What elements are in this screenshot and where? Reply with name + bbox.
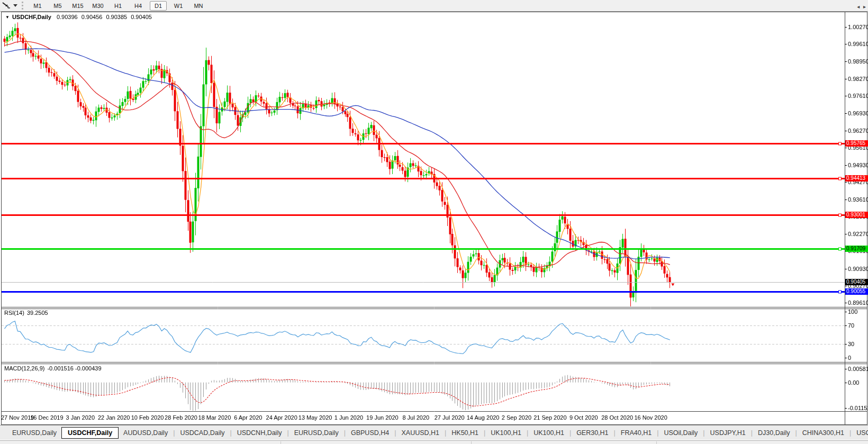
rsi-axis-label: 100 (848, 309, 857, 315)
tab-separator: | (173, 429, 175, 437)
tab-fra40-h1[interactable]: FRA40,H1 (616, 428, 656, 438)
tab-usdcad-daily[interactable]: USDCAD,Daily (175, 428, 229, 438)
crosshair-tool-icon[interactable] (2, 2, 11, 10)
tab-separator: | (569, 429, 571, 437)
chart-title: ▼USDCHF,Daily0.903960.904560.903850.9040… (5, 14, 156, 20)
tab-usdcnh-daily[interactable]: USDCNH,Daily (232, 428, 287, 438)
quote-high: 0.90456 (82, 14, 103, 20)
tab-separator: | (751, 429, 753, 437)
date-axis-label: 8 Jul 2020 (402, 414, 429, 421)
tab-gbpusd-h4[interactable]: GBPUSD,H4 (346, 428, 394, 438)
date-axis-label: 27 Nov 2019 (1, 414, 34, 421)
tab-separator: | (849, 429, 851, 437)
timeframe-button-d1[interactable]: D1 (150, 1, 167, 11)
date-axis-label: 13 May 2020 (299, 414, 332, 421)
tab-separator: | (657, 429, 658, 437)
tab-usdchf-daily[interactable]: USDCHF,Daily (61, 427, 119, 439)
tab-audusd-daily[interactable]: AUDUSD,Daily (119, 428, 173, 438)
chart-symbol-label: USDCHF,Daily (12, 14, 51, 20)
tab-usoil-daily[interactable]: USOil,Daily (659, 428, 702, 438)
timeframe-buttons: M1M5M15M30H1H4D1W1MN (28, 1, 209, 11)
date-axis-label: 28 Oct 2020 (601, 414, 633, 421)
tab-separator: | (344, 429, 346, 437)
rsi-axis-label: 0 (848, 355, 851, 361)
date-axis-label: 18 Mar 2020 (198, 414, 231, 421)
date-axis-label: 21 Sep 2020 (534, 414, 566, 421)
tab-separator: | (527, 429, 528, 437)
macd-indicator-label: MACD(12,26,9)-0.001516 -0.000439 (4, 365, 102, 371)
tab-scroll-right-icon[interactable]: ▸ (863, 4, 866, 10)
date-axis-label: 9 Oct 2020 (569, 414, 598, 421)
tab-eurusd-daily[interactable]: EURUSD,Daily (7, 428, 61, 438)
tab-usoil-h1[interactable]: USOil,H1 (852, 428, 868, 438)
chart-tab-bar: EURUSD,DailyUSDCHF,DailyAUDUSD,Daily|USD… (0, 425, 868, 440)
timeframe-button-m30[interactable]: M30 (89, 1, 106, 11)
date-axis-label: 1 Jun 2020 (334, 414, 363, 421)
date-axis-label: 10 Feb 2020 (131, 414, 164, 421)
macd-axis-label: -0.011514 (848, 405, 868, 411)
timeframe-button-w1[interactable]: W1 (170, 1, 187, 11)
price-level-tag: 0.94413 (845, 175, 868, 182)
quote-open: 0.90396 (57, 14, 78, 20)
tab-usdjpy-h1[interactable]: USDJPY,H1 (706, 428, 751, 438)
collapse-chart-icon[interactable]: ▼ (5, 15, 10, 20)
tab-hk50-h1[interactable]: HK50,H1 (447, 428, 483, 438)
price-axis-label: 0.96930 (848, 110, 868, 116)
tab-separator: | (445, 429, 446, 437)
tab-dj30-daily[interactable]: DJ30,Daily (753, 428, 794, 438)
chart-tabs: EURUSD,DailyUSDCHF,DailyAUDUSD,Daily|USD… (7, 427, 868, 439)
timeframe-button-m5[interactable]: M5 (49, 1, 66, 11)
date-axis-label: 27 Jul 2020 (435, 414, 465, 421)
price-axis-label: 0.99610 (848, 41, 868, 47)
tab-separator: | (484, 429, 485, 437)
macd-axis-label: 0.005818 (848, 366, 868, 372)
timeframe-button-h1[interactable]: H1 (110, 1, 126, 11)
status-bar (0, 440, 868, 444)
tab-scroll-left-icon[interactable]: ◂ (857, 4, 860, 10)
rsi-axis-label: 30 (848, 341, 854, 347)
tab-separator: | (287, 429, 288, 437)
tab-china300-h1[interactable]: CHINA300,H1 (798, 428, 849, 438)
date-axis-label: 19 Jun 2020 (366, 414, 399, 421)
current-price-tag: 0.90405 (845, 279, 868, 285)
date-axis-label: 6 Apr 2020 (234, 414, 262, 421)
top-toolbar: M1M5M15M30H1H4D1W1MN (0, 0, 868, 12)
price-level-tag: 0.93001 (845, 212, 868, 218)
date-axis-label: 3 Jan 2020 (66, 414, 95, 421)
tab-eurusd-daily[interactable]: EURUSD,Daily (290, 428, 343, 438)
price-axis-label: 0.89610 (848, 300, 868, 306)
tab-separator: | (230, 429, 231, 437)
timeframe-button-m1[interactable]: M1 (29, 1, 46, 11)
rsi-indicator-label: RSI(14)39.2505 (4, 310, 48, 316)
tab-xauusd-h1[interactable]: XAUUSD,H1 (396, 428, 444, 438)
price-chart-canvas[interactable] (0, 0, 868, 444)
price-level-tag: 0.90055 (845, 288, 868, 295)
price-level-tag: 0.91709 (845, 246, 868, 252)
price-level-tag: 0.95765 (845, 140, 868, 147)
price-axis-label: 0.97610 (848, 93, 868, 99)
toolbar-grip[interactable] (22, 2, 23, 10)
date-axis-label: 2 Sep 2020 (502, 414, 531, 421)
timeframe-button-h4[interactable]: H4 (130, 1, 147, 11)
chevron-down-icon[interactable] (13, 4, 17, 7)
quote-close: 0.90405 (131, 14, 152, 20)
date-axis-label: 16 Dec 2019 (30, 414, 63, 421)
timeframe-button-mn[interactable]: MN (190, 1, 207, 11)
price-axis-label: 0.94930 (848, 162, 868, 168)
price-axis-label: 0.96270 (848, 128, 868, 134)
tab-separator: | (703, 429, 704, 437)
price-axis-label: 0.92270 (848, 231, 868, 237)
tab-separator: | (795, 429, 797, 437)
date-axis-label: 16 Nov 2020 (634, 414, 667, 421)
tab-uk100-h1[interactable]: UK100,H1 (529, 428, 569, 438)
date-axis-label: 22 Jan 2020 (98, 414, 130, 421)
tab-ger30-h1[interactable]: GER30,H1 (572, 428, 613, 438)
rsi-axis-label: 70 (848, 322, 854, 329)
tab-separator: | (614, 429, 616, 437)
macd-axis-label: 0.00 (848, 379, 859, 386)
tab-uk100-h1[interactable]: UK100,H1 (486, 428, 526, 438)
price-axis-label: 1.00270 (848, 24, 868, 30)
date-axis-label: 28 Feb 2020 (165, 414, 197, 421)
timeframe-button-m15[interactable]: M15 (69, 1, 86, 11)
price-axis-label: 0.98950 (848, 58, 868, 65)
